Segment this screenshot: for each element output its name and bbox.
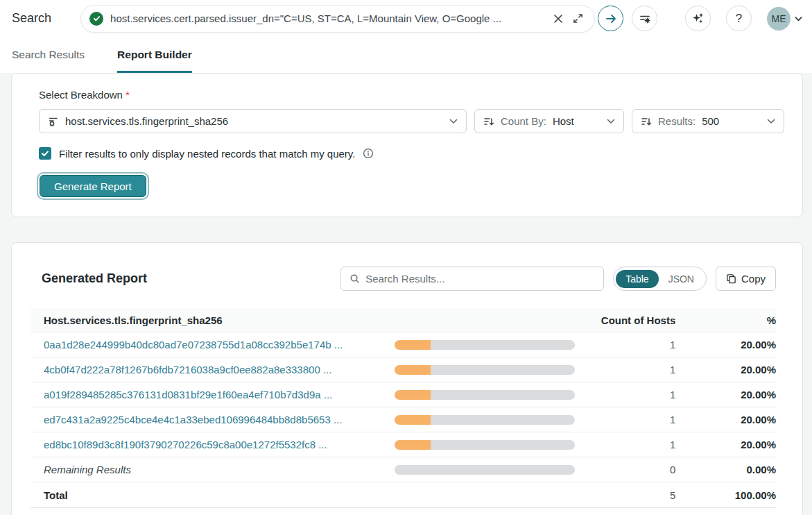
avatar[interactable]: ME bbox=[767, 7, 791, 31]
percent-value: 20.00% bbox=[675, 414, 776, 425]
total-percent: 100.00% bbox=[675, 489, 776, 501]
chevron-down-icon bbox=[449, 119, 458, 124]
fingerprint-link[interactable]: 4cb0f47d222a78f1267b6fdb7216038a9cf0ee88… bbox=[44, 364, 331, 375]
filter-nested-checkbox[interactable] bbox=[39, 147, 51, 160]
results-value: 500 bbox=[702, 115, 719, 127]
percent-bar bbox=[395, 415, 575, 425]
fingerprint-link[interactable]: ed7c431a2a9225c4bce4e4c1a33ebed106996484… bbox=[44, 414, 342, 425]
report-title: Generated Report bbox=[42, 271, 147, 286]
host-count: 1 bbox=[575, 389, 676, 400]
toggle-table[interactable]: Table bbox=[616, 270, 658, 288]
help-button[interactable]: ? bbox=[726, 6, 752, 31]
chevron-down-icon bbox=[607, 119, 615, 124]
host-count: 1 bbox=[575, 364, 676, 375]
breakdown-field-label: Select Breakdown * bbox=[39, 89, 785, 101]
toggle-json[interactable]: JSON bbox=[659, 270, 704, 288]
total-row: Total 5 100.00% bbox=[31, 482, 776, 508]
host-count: 1 bbox=[575, 414, 676, 425]
percent-value: 20.00% bbox=[675, 389, 776, 400]
table-row: a019f289485285c376131d0831bf29e1f60ea4ef… bbox=[31, 382, 776, 407]
percent-value: 20.00% bbox=[675, 439, 776, 450]
table-row: 4cb0f47d222a78f1267b6fdb7216038a9cf0ee88… bbox=[31, 357, 776, 382]
percent-bar bbox=[395, 465, 575, 475]
count-by-select[interactable]: Count By: Host bbox=[474, 109, 624, 133]
search-query-input[interactable] bbox=[110, 12, 548, 24]
fingerprint-link[interactable]: ed8bc10f89d3c8f190f3790270226c59c8a00e12… bbox=[44, 439, 327, 450]
percent-value: 20.00% bbox=[675, 364, 776, 375]
total-count: 5 bbox=[575, 489, 676, 501]
remaining-results-row: Remaining Results 0 0.00% bbox=[31, 457, 776, 482]
percent-bar-fill bbox=[395, 415, 431, 425]
column-header-count: Count of Hosts bbox=[575, 314, 676, 326]
account-chevron-down-icon bbox=[795, 16, 802, 22]
total-label: Total bbox=[31, 489, 395, 501]
percent-value: 20.00% bbox=[675, 339, 776, 351]
percent-bar-fill bbox=[395, 340, 431, 350]
generate-report-button[interactable]: Generate Report bbox=[40, 175, 146, 197]
host-count: 1 bbox=[575, 439, 676, 450]
tab-search-results[interactable]: Search Results bbox=[12, 37, 85, 73]
topbar-actions: ? ME bbox=[685, 6, 802, 31]
page-title: Search bbox=[12, 11, 51, 26]
required-asterisk: * bbox=[126, 89, 130, 101]
query-valid-check-icon bbox=[89, 12, 103, 26]
results-search-box[interactable] bbox=[340, 267, 604, 291]
sort-descending-icon bbox=[483, 116, 494, 127]
query-settings-button[interactable] bbox=[632, 6, 657, 31]
expand-query-icon[interactable] bbox=[568, 9, 587, 28]
host-count: 1 bbox=[575, 339, 676, 351]
results-label: Results: bbox=[658, 115, 696, 127]
filter-nested-label: Filter results to only display nested re… bbox=[59, 148, 355, 160]
results-count-select[interactable]: Results: 500 bbox=[632, 109, 784, 133]
field-search-icon bbox=[48, 116, 59, 127]
chevron-down-icon bbox=[767, 119, 775, 124]
app-screen: Search bbox=[0, 0, 812, 515]
view-format-toggle: Table JSON bbox=[613, 267, 707, 291]
host-count: 0 bbox=[575, 464, 676, 475]
percent-bar bbox=[395, 340, 575, 350]
breakdown-label-text: Select Breakdown bbox=[39, 89, 123, 101]
breakdown-select[interactable]: host.services.tls.fingerprint_sha256 bbox=[39, 109, 467, 133]
report-table: Host.services.tls.fingerprint_sha256 Cou… bbox=[31, 308, 776, 508]
report-builder-card: Select Breakdown * host.services.tls.fin… bbox=[11, 73, 803, 217]
top-header: Search bbox=[0, 0, 812, 37]
copy-label: Copy bbox=[741, 273, 766, 285]
percent-value: 0.00% bbox=[675, 464, 776, 475]
remaining-results-label: Remaining Results bbox=[31, 464, 395, 475]
search-icon bbox=[349, 273, 360, 284]
ai-sparkles-button[interactable] bbox=[685, 6, 711, 31]
search-query-bar[interactable] bbox=[80, 5, 595, 33]
fingerprint-link[interactable]: a019f289485285c376131d0831bf29e1f60ea4ef… bbox=[44, 389, 332, 400]
table-row: ed7c431a2a9225c4bce4e4c1a33ebed106996484… bbox=[31, 407, 776, 432]
count-by-value: Host bbox=[553, 115, 574, 127]
percent-bar bbox=[395, 390, 575, 400]
tab-report-builder[interactable]: Report Builder bbox=[117, 37, 192, 73]
table-header-row: Host.services.tls.fingerprint_sha256 Cou… bbox=[31, 308, 776, 332]
column-header-fingerprint: Host.services.tls.fingerprint_sha256 bbox=[31, 314, 395, 326]
percent-bar-fill bbox=[395, 390, 431, 400]
fingerprint-link[interactable]: 0aa1d28e244999b40dc80ad7e07238755d1a08cc… bbox=[44, 339, 343, 351]
percent-bar bbox=[395, 440, 575, 450]
report-tools: Table JSON Copy bbox=[340, 267, 776, 291]
run-search-button[interactable] bbox=[598, 6, 623, 31]
column-header-percent: % bbox=[675, 314, 776, 326]
table-row: 0aa1d28e244999b40dc80ad7e07238755d1a08cc… bbox=[31, 332, 776, 357]
generated-report-card: Generated Report Table JSON bbox=[11, 242, 803, 515]
builder-controls-row: host.services.tls.fingerprint_sha256 Cou… bbox=[39, 109, 785, 133]
results-search-input[interactable] bbox=[365, 273, 595, 285]
copy-icon bbox=[726, 273, 736, 284]
clear-query-icon[interactable] bbox=[548, 9, 568, 28]
copy-button[interactable]: Copy bbox=[716, 267, 776, 291]
percent-bar bbox=[395, 365, 575, 375]
count-by-label: Count By: bbox=[501, 115, 546, 127]
main-content: Select Breakdown * host.services.tls.fin… bbox=[0, 73, 812, 515]
report-header-row: Generated Report Table JSON bbox=[31, 267, 776, 291]
account-menu[interactable]: ME bbox=[767, 7, 802, 31]
info-icon[interactable] bbox=[363, 148, 374, 159]
percent-bar-fill bbox=[395, 440, 431, 450]
filter-nested-row: Filter results to only display nested re… bbox=[39, 147, 785, 160]
breakdown-selected-value: host.services.tls.fingerprint_sha256 bbox=[65, 115, 228, 127]
table-row: ed8bc10f89d3c8f190f3790270226c59c8a00e12… bbox=[31, 432, 776, 457]
help-icon: ? bbox=[736, 12, 742, 26]
sort-descending-icon bbox=[641, 116, 652, 127]
